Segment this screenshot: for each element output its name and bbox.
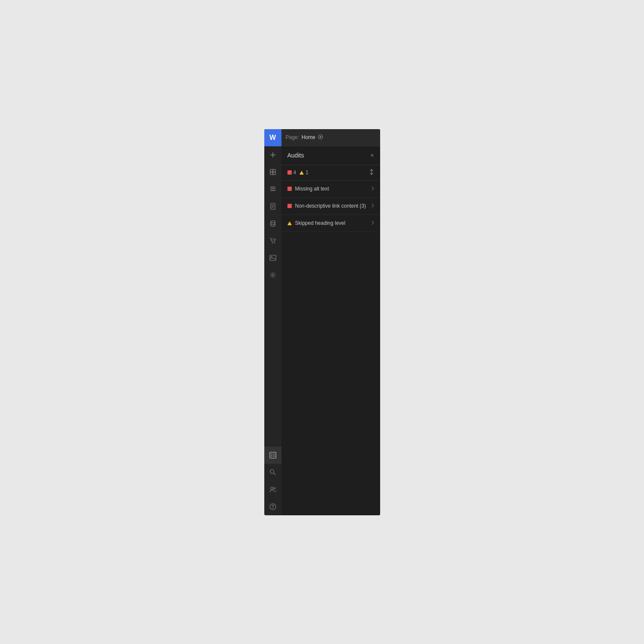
error-dot-icon bbox=[287, 187, 292, 191]
audit-items-list: Missing alt text Non-descriptive link co… bbox=[281, 181, 380, 515]
audit-item-label: Non-descriptive link content (3) bbox=[295, 203, 366, 209]
image-icon[interactable] bbox=[264, 249, 281, 266]
chevron-right-icon bbox=[372, 203, 374, 209]
add-icon[interactable] bbox=[264, 146, 281, 163]
svg-point-15 bbox=[274, 242, 275, 243]
audits-panel: Audits × 4 1 bbox=[281, 146, 380, 515]
audits-header: Audits × bbox=[281, 146, 380, 165]
summary-row: 4 1 bbox=[281, 165, 380, 181]
svg-rect-19 bbox=[270, 452, 276, 458]
sidebar-bottom-items bbox=[264, 447, 281, 515]
svg-rect-16 bbox=[270, 255, 276, 260]
svg-rect-5 bbox=[273, 172, 275, 175]
chevron-right-icon bbox=[372, 186, 374, 192]
svg-point-22 bbox=[271, 487, 273, 490]
cart-icon[interactable] bbox=[264, 232, 281, 249]
audits-title: Audits bbox=[287, 152, 304, 159]
svg-point-20 bbox=[270, 470, 274, 474]
audit-item-label: Skipped heading level bbox=[295, 220, 345, 226]
svg-point-14 bbox=[272, 242, 272, 243]
top-bar: Page: Home bbox=[281, 129, 380, 146]
sidebar: W bbox=[264, 129, 281, 515]
audit-item-label: Missing alt text bbox=[295, 186, 329, 192]
audits-close-button[interactable]: × bbox=[370, 152, 374, 158]
error-count-value: 4 bbox=[293, 169, 296, 175]
audit-item[interactable]: Missing alt text bbox=[281, 181, 380, 198]
sort-button[interactable] bbox=[369, 169, 374, 176]
audit-item[interactable]: Non-descriptive link content (3) bbox=[281, 198, 380, 215]
page-name: Home bbox=[302, 134, 315, 140]
settings-icon[interactable] bbox=[264, 266, 281, 284]
svg-point-18 bbox=[272, 274, 274, 276]
warning-count-value: 1 bbox=[305, 169, 308, 175]
svg-point-13 bbox=[271, 221, 275, 223]
help-icon[interactable] bbox=[264, 498, 281, 515]
svg-rect-3 bbox=[273, 169, 275, 172]
page-icon[interactable] bbox=[264, 198, 281, 215]
svg-rect-2 bbox=[270, 169, 273, 172]
warning-count-item: 1 bbox=[299, 169, 308, 175]
main-panel: Page: Home Audits × 4 bbox=[281, 129, 380, 515]
audit-item-left: Non-descriptive link content (3) bbox=[287, 203, 366, 209]
page-status-dot bbox=[318, 134, 323, 141]
svg-rect-4 bbox=[270, 172, 273, 175]
chevron-right-icon bbox=[372, 220, 374, 226]
database-icon[interactable] bbox=[264, 215, 281, 232]
warning-count-icon bbox=[299, 171, 304, 175]
audit-item[interactable]: Skipped heading level bbox=[281, 215, 380, 232]
error-dot-icon bbox=[287, 204, 292, 208]
svg-line-21 bbox=[274, 473, 276, 475]
search-icon[interactable] bbox=[264, 464, 281, 481]
svg-point-27 bbox=[320, 136, 321, 138]
layers-icon[interactable] bbox=[264, 181, 281, 198]
warning-triangle-icon bbox=[287, 221, 292, 225]
summary-counts: 4 1 bbox=[287, 169, 308, 175]
svg-point-23 bbox=[274, 487, 275, 489]
error-count-icon bbox=[287, 170, 292, 175]
sidebar-logo: W bbox=[264, 129, 281, 146]
app-container: W bbox=[264, 129, 380, 515]
sidebar-top-items bbox=[264, 146, 281, 447]
users-icon[interactable] bbox=[264, 481, 281, 498]
page-label: Page: bbox=[286, 134, 299, 140]
audit-item-left: Skipped heading level bbox=[287, 220, 345, 226]
components-icon[interactable] bbox=[264, 163, 281, 181]
error-count-item: 4 bbox=[287, 169, 296, 175]
audit-panel-icon[interactable] bbox=[264, 447, 281, 464]
audit-item-left: Missing alt text bbox=[287, 186, 329, 192]
svg-point-25 bbox=[272, 508, 273, 509]
